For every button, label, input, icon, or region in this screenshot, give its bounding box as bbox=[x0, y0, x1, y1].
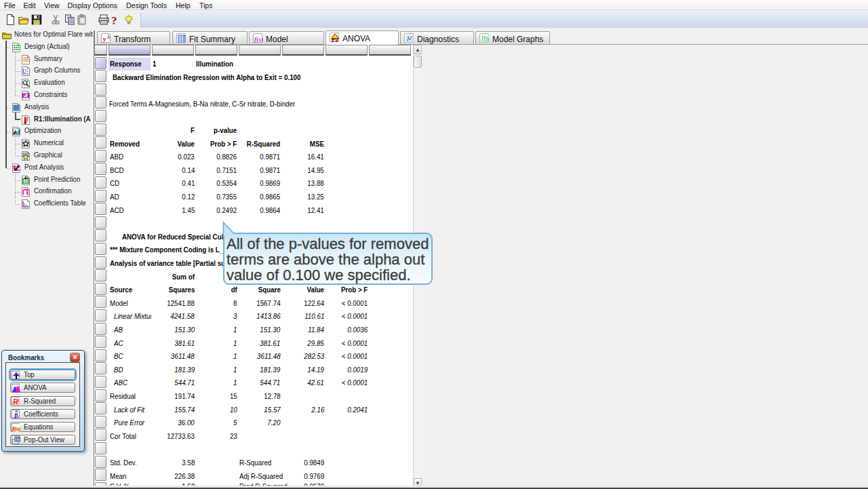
svg-text:f(x): f(x) bbox=[254, 36, 263, 43]
svg-text:F: F bbox=[332, 39, 335, 43]
svg-text:λ: λ bbox=[107, 35, 110, 39]
svg-text:?: ? bbox=[111, 14, 117, 26]
svg-text:y: y bbox=[102, 35, 106, 43]
svg-text:f(x): f(x) bbox=[12, 425, 20, 431]
